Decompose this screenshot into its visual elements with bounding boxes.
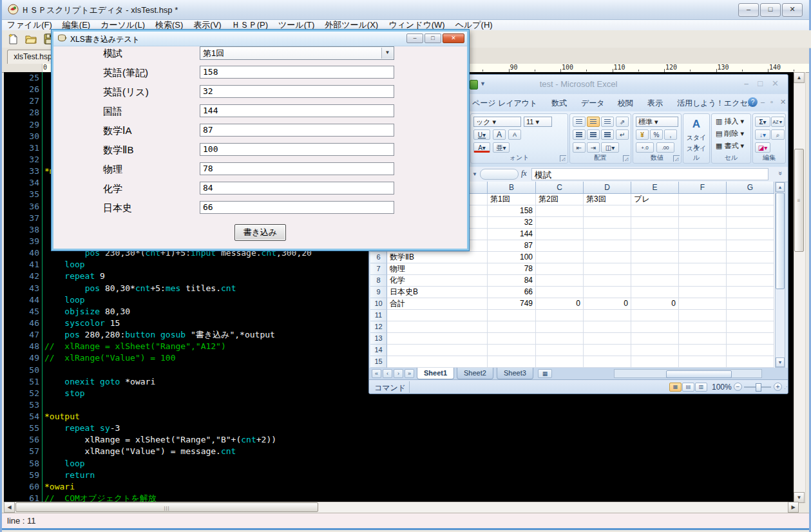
zoom-out-icon[interactable]: − xyxy=(734,383,742,391)
align-bottom-button[interactable] xyxy=(601,117,614,127)
cell[interactable]: 合計 xyxy=(387,298,488,310)
score-input[interactable]: 32 xyxy=(200,85,394,98)
cell[interactable] xyxy=(488,333,536,345)
cell[interactable] xyxy=(631,240,679,252)
ribbon-tab[interactable]: 活用しよう！エクセル xyxy=(677,98,756,109)
cell[interactable] xyxy=(679,240,727,252)
sheet-tab-sheet3[interactable]: Sheet3 xyxy=(497,368,533,379)
row-header-10[interactable]: 10 xyxy=(370,298,387,310)
cell[interactable] xyxy=(679,205,727,217)
cell[interactable] xyxy=(679,356,727,368)
orientation-button[interactable]: 亜▾ xyxy=(493,142,510,153)
cell[interactable] xyxy=(727,205,774,217)
cell[interactable] xyxy=(727,333,774,345)
minimize-button[interactable]: – xyxy=(738,3,759,17)
cell[interactable] xyxy=(584,217,631,229)
cell[interactable] xyxy=(631,229,679,240)
cell[interactable]: 158 xyxy=(488,205,536,217)
cell[interactable]: 78 xyxy=(488,263,536,275)
orientation-angle-button[interactable]: ⇗ xyxy=(616,117,629,127)
cell[interactable]: 第2回 xyxy=(536,194,584,205)
cell-styles-icon[interactable]: A xyxy=(683,118,709,131)
new-file-icon[interactable] xyxy=(6,32,20,46)
cell[interactable] xyxy=(631,321,679,333)
row-header-15[interactable]: 15 xyxy=(370,356,387,368)
maximize-button[interactable]: □ xyxy=(760,3,781,17)
sheet-first-icon[interactable]: « xyxy=(372,369,381,378)
cell[interactable] xyxy=(584,333,631,345)
column-header-G[interactable]: G xyxy=(727,182,774,194)
cell[interactable] xyxy=(387,333,488,345)
cell[interactable] xyxy=(727,345,774,356)
cell[interactable] xyxy=(536,217,584,229)
zoom-level[interactable]: 100% xyxy=(712,383,732,392)
cell[interactable] xyxy=(536,310,584,321)
chevron-down-icon[interactable]: ▼ xyxy=(381,48,393,59)
ribbon-tab[interactable]: ページ レイアウト xyxy=(472,98,537,109)
cell[interactable] xyxy=(679,217,727,229)
grid-vscroll-thumb[interactable] xyxy=(776,193,785,289)
mock-exam-combobox[interactable]: 第1回▼ xyxy=(200,46,394,60)
percent-button[interactable]: % xyxy=(650,129,663,140)
vscroll-thumb[interactable]: ≡ xyxy=(794,149,804,252)
cell[interactable] xyxy=(727,275,774,287)
minimize-button[interactable]: – xyxy=(406,33,423,43)
clear-button[interactable]: ◪▾ xyxy=(755,142,770,153)
editor-horizontal-scrollbar[interactable]: ◀ ||| ▶ xyxy=(4,502,799,513)
formula-expand-icon[interactable]: » xyxy=(777,171,785,175)
align-left-button[interactable] xyxy=(573,129,586,140)
ribbon-tab[interactable]: 表示 xyxy=(647,98,663,109)
ribbon-tab[interactable]: データ xyxy=(581,98,605,109)
grid-scroll-up-icon[interactable]: ▲ xyxy=(776,182,785,192)
cell[interactable] xyxy=(631,275,679,287)
currency-button[interactable]: ¥ xyxy=(636,129,649,140)
score-input[interactable]: 78 xyxy=(200,162,394,175)
workbook-restore-button[interactable]: ▫ xyxy=(770,98,773,106)
row-header-6[interactable]: 6 xyxy=(370,252,387,263)
cell[interactable]: プレ xyxy=(631,194,679,205)
sheet-last-icon[interactable]: » xyxy=(405,369,414,378)
find-select-icon[interactable]: ⌕ xyxy=(771,129,785,140)
cell[interactable] xyxy=(584,205,631,217)
cell[interactable] xyxy=(727,310,774,321)
cell[interactable] xyxy=(727,321,774,333)
help-icon[interactable]: ? xyxy=(748,97,758,107)
cell[interactable] xyxy=(727,229,774,240)
open-file-icon[interactable] xyxy=(24,32,38,46)
autosum-button[interactable]: Σ▾ xyxy=(755,117,770,127)
sheet-prev-icon[interactable]: ‹ xyxy=(383,369,392,378)
cell[interactable] xyxy=(679,263,727,275)
zoom-slider-thumb[interactable] xyxy=(756,383,761,392)
font-name-dropdown[interactable]: ック ▾ xyxy=(473,117,521,127)
cell[interactable]: 物理 xyxy=(387,263,488,275)
row-header-7[interactable]: 7 xyxy=(370,263,387,275)
cell[interactable] xyxy=(536,356,584,368)
ribbon-tab[interactable]: 校閲 xyxy=(618,98,633,109)
cell[interactable] xyxy=(584,345,631,356)
score-input[interactable]: 66 xyxy=(200,201,394,214)
ribbon-tab[interactable]: 数式 xyxy=(551,98,567,109)
score-input[interactable]: 84 xyxy=(200,182,394,195)
cell[interactable] xyxy=(727,217,774,229)
maximize-button[interactable]: □ xyxy=(425,33,441,43)
cell[interactable]: 数学ⅡB xyxy=(387,252,488,263)
align-right-button[interactable] xyxy=(601,129,614,140)
name-box-dropdown-icon[interactable]: ▼ xyxy=(472,171,477,177)
column-header-B[interactable]: B xyxy=(488,182,536,194)
sheet-hscroll-thumb[interactable] xyxy=(666,370,732,378)
cell[interactable] xyxy=(727,240,774,252)
cell[interactable] xyxy=(584,310,631,321)
workbook-minimize-button[interactable]: – xyxy=(761,98,765,106)
cell[interactable] xyxy=(536,287,584,298)
cell[interactable] xyxy=(584,321,631,333)
score-input[interactable]: 158 xyxy=(200,66,394,79)
cell[interactable]: 0 xyxy=(631,298,679,310)
align-top-button[interactable] xyxy=(573,117,586,127)
cell[interactable] xyxy=(584,229,631,240)
view-page-break-icon[interactable]: ▥ xyxy=(695,383,707,392)
excel-close-button[interactable]: ✕ xyxy=(772,79,779,88)
sheet-horizontal-scrollbar[interactable] xyxy=(614,369,762,378)
row-header-11[interactable]: 11 xyxy=(370,310,387,321)
column-header-C[interactable]: C xyxy=(536,182,584,194)
insert-cells-button[interactable]: ▥ 挿入 ▾ xyxy=(714,117,750,127)
